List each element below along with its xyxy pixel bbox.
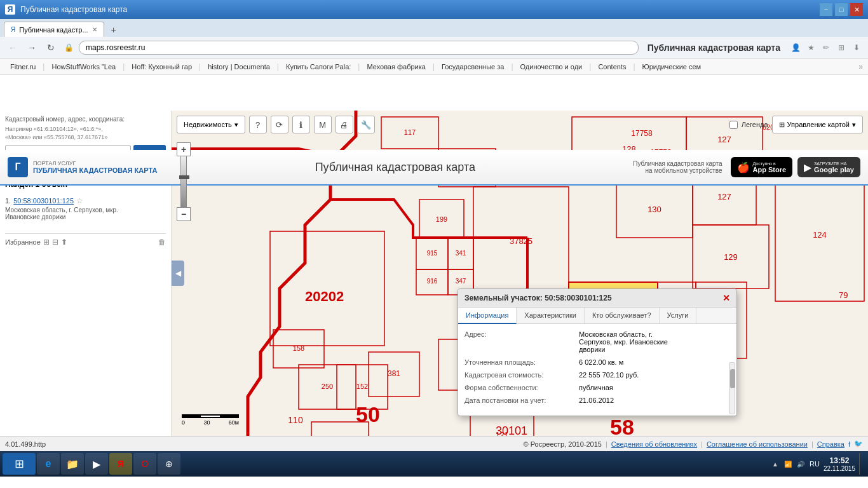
taskbar-opera-button[interactable]: O [133, 453, 156, 475]
portal-logo: Г ПОРТАЛ УСЛУГ ПУБЛИЧНАЯ КАДАСТРОВАЯ КАР… [8, 157, 157, 177]
show-desktop-button[interactable] [859, 453, 863, 475]
taskbar-yandex-button[interactable]: Я [109, 453, 132, 475]
start-button[interactable]: ⊞ [3, 453, 36, 475]
google-play-text: ЗАГРУЗИТЕ НА Google play [814, 161, 854, 173]
zoom-in-button[interactable]: + [177, 142, 191, 156]
print-tool-button[interactable]: 🖨 [336, 116, 353, 133]
remove-favorite-icon[interactable]: ⊟ [52, 238, 58, 247]
result-link[interactable]: 50:58:0030101:125 [13, 197, 74, 205]
bookmark-mehovaya[interactable]: Меховая фабрика [362, 60, 430, 73]
chrome-icon: ⊕ [165, 459, 173, 469]
legend-label: Легенда [742, 121, 768, 128]
svg-text:130: 130 [648, 205, 661, 214]
portal-name: ПУБЛИЧНАЯ КАДАСТРОВАЯ КАРТА [33, 166, 157, 174]
svg-text:129: 129 [724, 252, 738, 262]
date-label: Дата постановки на учет: [465, 396, 579, 404]
legend-checkbox[interactable] [729, 121, 738, 129]
help-tool-button[interactable]: ? [249, 116, 267, 133]
portal-header: Г ПОРТАЛ УСЛУГ ПУБЛИЧНАЯ КАДАСТРОВАЯ КАР… [0, 150, 868, 186]
measure-tool-button[interactable]: ⟳ [271, 116, 288, 133]
tray-network-icon[interactable]: 📶 [783, 459, 793, 469]
info-row-date: Дата постановки на учет: 21.06.2012 [465, 396, 730, 404]
bookmark-history[interactable]: history | Documenta [203, 60, 275, 73]
star-bookmark-icon[interactable]: ★ [804, 41, 817, 54]
info-row-area: Уточненная площадь: 6 022.00 кв. м [465, 358, 730, 366]
zoom-handle[interactable] [179, 175, 189, 179]
agreement-link[interactable]: Соглашение об использовании [707, 440, 808, 448]
grid-icon: ⊞ [779, 121, 785, 129]
maximize-button[interactable]: □ [835, 3, 848, 16]
clock-date: 22.11.2015 [824, 465, 855, 472]
share-icon[interactable]: ⊞ [835, 41, 848, 54]
social-icon-2[interactable]: 🐦 [854, 440, 863, 448]
forward-button[interactable]: → [24, 40, 39, 55]
yandex-icon: Я [118, 459, 124, 469]
portal-title-block: ПОРТАЛ УСЛУГ ПУБЛИЧНАЯ КАДАСТРОВАЯ КАРТА [33, 160, 157, 174]
active-tab[interactable]: Я Публичная кадастр... ✕ [4, 22, 104, 37]
export-favorite-icon[interactable]: ⬆ [61, 238, 67, 247]
social-icon-1[interactable]: f [848, 440, 850, 448]
zoom-out-button[interactable]: − [177, 207, 191, 221]
language-indicator[interactable]: RU [810, 460, 820, 468]
tray-arrow-icon[interactable]: ▲ [770, 459, 780, 469]
dropdown-arrow-icon: ▾ [234, 121, 238, 129]
google-play-button[interactable]: ▶ ЗАГРУЗИТЕ НА Google play [797, 157, 860, 177]
download-icon[interactable]: ⬇ [850, 41, 863, 54]
popup-scrollbar[interactable] [729, 362, 735, 414]
info-tool-button[interactable]: ℹ [292, 116, 310, 133]
popup-scroll-handle[interactable] [730, 369, 735, 388]
minimize-button[interactable]: − [820, 3, 832, 16]
updates-link[interactable]: Сведения об обновлениях [611, 440, 697, 448]
ie-icon: e [46, 458, 51, 470]
app-store-button[interactable]: 🍎 Доступно в App Store [731, 157, 792, 177]
bookmark-sapogi[interactable]: Купить Сапоги Pala: [281, 60, 356, 73]
taskbar-explorer-button[interactable]: 📁 [61, 453, 84, 475]
back-button[interactable]: ← [5, 40, 20, 55]
bookmark-howstuff[interactable]: HowStuffWorks "Lea [46, 60, 121, 73]
window-controls: − □ ✕ [820, 3, 863, 16]
popup-tab-info[interactable]: Информация [458, 308, 517, 324]
bookmark-hoff[interactable]: Hoff: Кухонный гар [126, 60, 197, 73]
close-button[interactable]: ✕ [850, 3, 863, 16]
taskbar-ie-button[interactable]: e [37, 453, 60, 475]
bookmark-fitner[interactable]: Fitner.ru [5, 60, 41, 73]
new-tab-button[interactable]: + [107, 23, 121, 37]
apple-icon: 🍎 [737, 161, 750, 173]
popup-tab-services[interactable]: Услуги [660, 308, 697, 323]
taskbar-chrome-button[interactable]: ⊕ [158, 453, 180, 475]
result-star-icon[interactable]: ☆ [76, 196, 83, 205]
bookmarks-more[interactable]: » [858, 62, 863, 71]
svg-text:58: 58 [610, 415, 634, 436]
popup-tab-service[interactable]: Кто обслуживает? [585, 308, 660, 323]
bookmark-gosuslugi[interactable]: Государсвенные за [437, 60, 509, 73]
svg-text:347: 347 [456, 278, 466, 285]
result-address: Московская область, г. Серпухов, мкр.Ива… [5, 207, 166, 220]
property-type-dropdown[interactable]: Недвижимость ▾ [177, 116, 245, 133]
bookmark-odinoc[interactable]: Одиночество и оди [515, 60, 588, 73]
taskbar-media-button[interactable]: ▶ [85, 453, 108, 475]
tab-close-icon[interactable]: ✕ [92, 26, 97, 33]
svg-text:20202: 20202 [305, 288, 344, 304]
refresh-button[interactable]: ↻ [43, 40, 58, 55]
bookmark-contents[interactable]: Contents [593, 60, 631, 73]
svg-text:121: 121 [496, 431, 508, 436]
svg-text:79: 79 [839, 290, 848, 300]
svg-text:250: 250 [322, 383, 333, 390]
scale-tool-button[interactable]: M [314, 116, 332, 133]
popup-close-button[interactable]: ✕ [722, 293, 730, 303]
portal-icon: Г [8, 157, 28, 177]
popup-tab-char[interactable]: Характеристики [517, 308, 585, 323]
pan-left-button[interactable]: ◀ [172, 261, 184, 286]
pencil-icon[interactable]: ✏ [820, 41, 832, 54]
delete-favorite-icon[interactable]: 🗑 [158, 238, 166, 247]
manage-map-button[interactable]: ⊞ Управление картой ▾ [772, 116, 863, 133]
zoom-ruler[interactable] [180, 156, 187, 207]
settings-tool-button[interactable]: 🔧 [357, 116, 375, 133]
bookmark-yurid[interactable]: Юридические сем [637, 60, 707, 73]
tray-volume-icon[interactable]: 🔊 [796, 459, 806, 469]
clock[interactable]: 13:52 22.11.2015 [824, 456, 855, 472]
help-link[interactable]: Справка [817, 440, 844, 448]
add-favorite-icon[interactable]: ⊞ [43, 238, 50, 247]
person-icon[interactable]: 👤 [789, 41, 802, 54]
address-input[interactable] [79, 41, 639, 55]
